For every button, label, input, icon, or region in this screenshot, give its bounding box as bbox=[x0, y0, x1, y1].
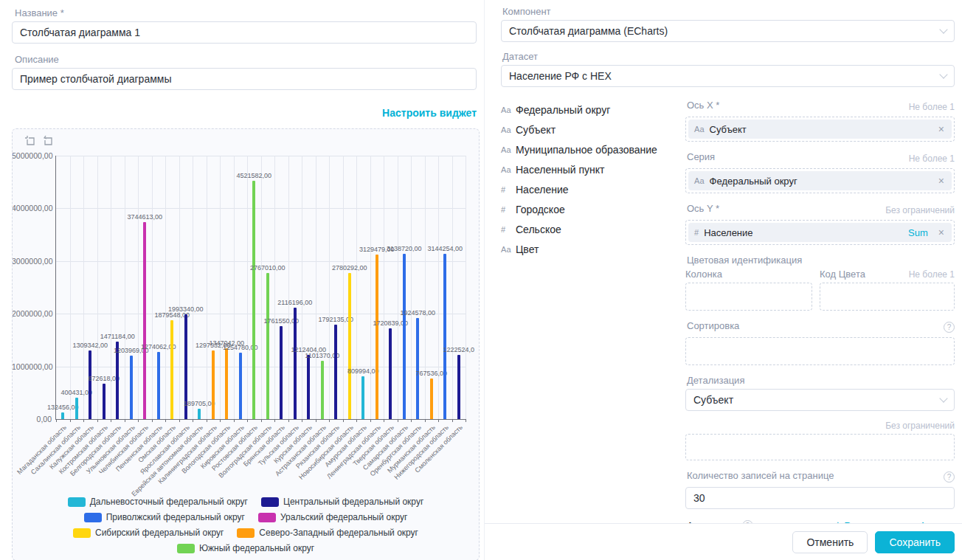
legend-item[interactable]: Дальневосточный федеральный округ bbox=[68, 497, 248, 507]
component-value: Столбчатая диаграмма (ECharts) bbox=[509, 25, 668, 37]
x-axis-tick bbox=[97, 419, 98, 422]
sorting-drop-zone[interactable] bbox=[685, 337, 955, 365]
gridline-vertical bbox=[356, 156, 357, 419]
zoom-select-icon[interactable] bbox=[24, 135, 36, 147]
detail-select[interactable]: Субъект bbox=[685, 389, 955, 411]
bar[interactable] bbox=[321, 361, 324, 419]
component-select[interactable]: Столбчатая диаграмма (ECharts) bbox=[501, 20, 955, 42]
name-field-label: Название * bbox=[15, 7, 480, 18]
legend-item[interactable]: Приволжский федеральный округ bbox=[84, 512, 245, 522]
page-size-input[interactable] bbox=[685, 487, 955, 509]
field-list-item[interactable]: #Население bbox=[501, 184, 685, 196]
field-list-item[interactable]: АаЦвет bbox=[501, 243, 685, 255]
field-list-item[interactable]: #Сельское bbox=[501, 224, 685, 235]
bar[interactable] bbox=[430, 378, 433, 419]
legend-swatch-icon bbox=[84, 513, 102, 522]
bar[interactable] bbox=[348, 273, 351, 420]
configure-widget-link[interactable]: Настроить виджет bbox=[382, 107, 477, 119]
legend-item[interactable]: Сибирский федеральный округ bbox=[73, 528, 224, 538]
legend-row: Сибирский федеральный округСеверо-Западн… bbox=[13, 528, 479, 538]
color-column-drop-zone[interactable] bbox=[685, 283, 812, 311]
legend-swatch-icon bbox=[237, 528, 255, 538]
bar[interactable] bbox=[75, 398, 78, 419]
bar-value-label: 672618,00 bbox=[88, 375, 120, 382]
legend-item[interactable]: Южный федеральный округ bbox=[177, 543, 314, 553]
name-input[interactable] bbox=[12, 21, 477, 44]
bar[interactable] bbox=[457, 355, 460, 419]
bar[interactable] bbox=[212, 350, 215, 419]
bar-value-label: 189705,00 bbox=[184, 400, 215, 407]
bar-value-label: 1222524,0 bbox=[443, 346, 474, 353]
field-list-item-label: Муниципальное образование bbox=[516, 144, 657, 156]
text-field-type-icon: Аа bbox=[501, 245, 516, 254]
remove-y-axis-field-icon[interactable]: × bbox=[937, 227, 946, 238]
legend-item[interactable]: Центральный федеральный округ bbox=[261, 497, 423, 507]
remove-series-field-icon[interactable]: × bbox=[937, 175, 946, 187]
series-drop-zone[interactable]: Аа Федеральный округ × bbox=[685, 168, 955, 193]
bar[interactable] bbox=[307, 355, 310, 419]
description-input[interactable] bbox=[12, 68, 477, 90]
bar[interactable] bbox=[389, 328, 392, 419]
chart-widget-preview: 5000000,004000000,003000000,002000000,00… bbox=[12, 128, 480, 560]
bar[interactable] bbox=[443, 254, 446, 419]
text-field-type-icon: Аа bbox=[501, 145, 516, 154]
bar[interactable] bbox=[376, 255, 378, 419]
x-axis-drop-zone[interactable]: Аа Субъект × bbox=[685, 117, 955, 142]
x-axis-tick bbox=[274, 419, 275, 422]
bar-value-label: 2116196,00 bbox=[277, 299, 312, 306]
bar[interactable] bbox=[266, 273, 269, 419]
field-list-item[interactable]: #Городское bbox=[501, 204, 685, 215]
dataset-select[interactable]: Население РФ с HEX bbox=[501, 65, 955, 87]
gridline-vertical bbox=[425, 156, 426, 419]
bar[interactable] bbox=[294, 308, 297, 419]
x-axis-tick bbox=[329, 419, 330, 422]
x-axis-tick bbox=[220, 419, 221, 422]
bar[interactable] bbox=[334, 325, 337, 419]
remove-x-axis-field-icon[interactable]: × bbox=[937, 123, 946, 135]
bar[interactable] bbox=[157, 352, 160, 419]
bar-value-label: 1471184,00 bbox=[100, 333, 135, 340]
x-axis-tick bbox=[466, 419, 466, 422]
y-axis-limit-hint: Без ограничений bbox=[885, 205, 955, 215]
series-chip[interactable]: Аа Федеральный округ × bbox=[688, 171, 952, 190]
sum-aggregation-tag[interactable]: Sum bbox=[908, 227, 928, 238]
legend-item[interactable]: Уральский федеральный округ bbox=[258, 512, 407, 522]
bar[interactable] bbox=[103, 384, 105, 419]
bar[interactable] bbox=[361, 376, 364, 419]
bar[interactable] bbox=[198, 409, 201, 419]
bar[interactable] bbox=[143, 222, 146, 419]
field-list-item[interactable]: АаФедеральный округ bbox=[501, 104, 685, 116]
bar[interactable] bbox=[239, 353, 242, 419]
restore-icon[interactable] bbox=[42, 135, 54, 147]
bar[interactable] bbox=[252, 181, 255, 419]
footer-actions: Отменить Сохранить bbox=[485, 523, 962, 560]
bar[interactable] bbox=[130, 356, 133, 419]
legend-item[interactable]: Северо-Западный федеральный округ bbox=[237, 528, 418, 538]
gridline-vertical bbox=[302, 156, 302, 419]
bar[interactable] bbox=[225, 348, 228, 419]
sorting-help-icon[interactable]: ? bbox=[944, 322, 955, 333]
number-field-type-icon: # bbox=[694, 228, 699, 237]
bar[interactable] bbox=[416, 318, 419, 419]
bar[interactable] bbox=[89, 350, 91, 419]
bar[interactable] bbox=[170, 320, 173, 419]
bar[interactable] bbox=[61, 412, 64, 419]
bar-value-label: 132456,00 bbox=[47, 404, 79, 411]
detail-drop-zone[interactable] bbox=[685, 434, 955, 460]
field-list-item[interactable]: АаСубъект bbox=[501, 124, 685, 136]
gridline-vertical bbox=[247, 156, 248, 419]
field-list-item[interactable]: АаНаселенный пункт bbox=[501, 164, 685, 176]
field-list-item[interactable]: АаМуниципальное образование bbox=[501, 144, 685, 156]
cancel-button[interactable]: Отменить bbox=[792, 531, 868, 553]
save-button[interactable]: Сохранить bbox=[875, 531, 955, 553]
bar[interactable] bbox=[403, 254, 406, 419]
color-code-drop-zone[interactable] bbox=[820, 283, 955, 311]
left-column: Название * Описание Настроить виджет 500… bbox=[0, 0, 484, 560]
page-size-help-icon[interactable]: ? bbox=[944, 471, 955, 483]
y-axis-drop-zone[interactable]: # Население Sum × bbox=[685, 220, 955, 245]
bar-value-label: 2767010,00 bbox=[250, 264, 286, 272]
legend-row: Дальневосточный федеральный округЦентрал… bbox=[13, 497, 479, 507]
y-axis-chip[interactable]: # Население Sum × bbox=[688, 223, 952, 242]
bar[interactable] bbox=[280, 326, 283, 419]
x-axis-chip[interactable]: Аа Субъект × bbox=[688, 120, 952, 139]
